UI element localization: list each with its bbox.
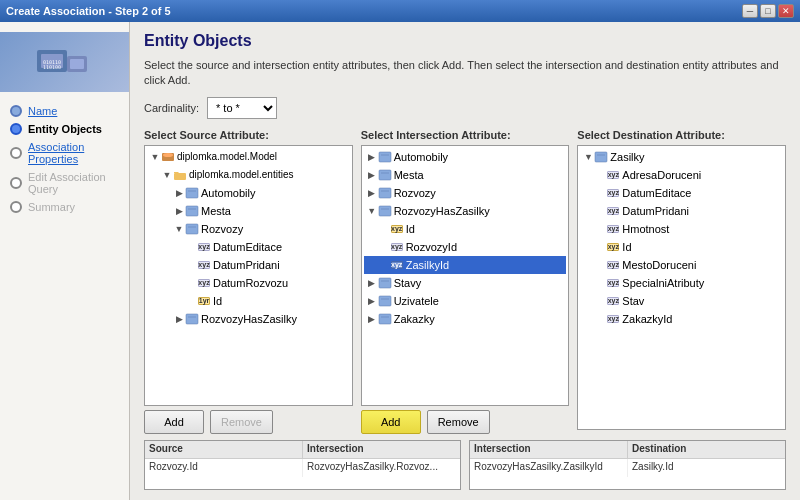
entity-icon	[378, 294, 392, 308]
list-item[interactable]: xyz AdresaDoruceni	[580, 166, 783, 184]
list-item[interactable]: ▼ diplomka.model.entities	[147, 166, 350, 184]
list-item[interactable]: xyz Id	[364, 220, 567, 238]
tree-item-label: AdresaDoruceni	[622, 167, 701, 183]
tree-item-label: Id	[213, 293, 222, 309]
tree-item-label: Uzivatele	[394, 293, 439, 309]
tree-item-label: Id	[406, 221, 415, 237]
field-icon: xyz	[390, 240, 404, 254]
list-item[interactable]: ▶ Stavy	[364, 274, 567, 292]
sidebar-item-edit-query: Edit Association Query	[0, 168, 129, 198]
svg-rect-15	[186, 314, 198, 324]
expand-icon: ▶	[366, 151, 378, 163]
list-item[interactable]: ▶ RozvozyHasZasilky	[147, 310, 350, 328]
list-item[interactable]: xyz ZasilkyId	[364, 256, 567, 274]
sidebar-item-association-properties[interactable]: Association Properties	[0, 138, 129, 168]
panel-description: Select the source and intersection entit…	[144, 58, 786, 89]
table-row[interactable]: Rozvozy.Id RozvozyHasZasilky.Rozvoz...	[145, 459, 460, 477]
close-button[interactable]: ✕	[778, 4, 794, 18]
field-icon: xyz	[606, 294, 620, 308]
entity-icon	[378, 186, 392, 200]
entity-icon	[378, 150, 392, 164]
list-item[interactable]: ▼ Rozvozy	[147, 220, 350, 238]
expand-icon	[594, 313, 606, 325]
tree-item-label: diplomka.model.entities	[189, 167, 294, 183]
list-item[interactable]: xyz DatumPridani	[147, 256, 350, 274]
list-item[interactable]: ▶ Automobily	[364, 148, 567, 166]
intersection-add-button[interactable]: Add	[361, 410, 421, 434]
minimize-button[interactable]: ─	[742, 4, 758, 18]
expand-icon: ▶	[366, 313, 378, 325]
window-controls: ─ □ ✕	[742, 4, 794, 18]
source-btn-row: Add Remove	[144, 410, 353, 434]
destination-column: Select Destination Attribute: ▼ Zasilky	[577, 129, 786, 434]
tree-item-label: Zasilky	[610, 149, 644, 165]
cardinality-select[interactable]: * to *	[207, 97, 277, 119]
folder-icon	[173, 168, 187, 182]
expand-icon	[378, 241, 390, 253]
list-item[interactable]: ▼ diplomka.model.Model	[147, 148, 350, 166]
tree-item-label: DatumPridani	[622, 203, 689, 219]
tree-item-label: Id	[622, 239, 631, 255]
field-icon: xyz	[606, 258, 620, 272]
source-remove-button[interactable]: Remove	[210, 410, 273, 434]
expand-icon: ▼	[173, 223, 185, 235]
list-item[interactable]: xyz RozvozyId	[364, 238, 567, 256]
columns-area: Select Source Attribute: ▼ diplomka.mode…	[144, 129, 786, 434]
expand-icon: ▶	[366, 187, 378, 199]
tree-item-label: Stav	[622, 293, 644, 309]
list-item[interactable]: xyz SpecialniAtributy	[580, 274, 783, 292]
tree-item-label: Rozvozy	[201, 221, 243, 237]
list-item[interactable]: xyz Hmotnost	[580, 220, 783, 238]
list-item[interactable]: ▶ Uzivatele	[364, 292, 567, 310]
right-table-header: Intersection Destination	[470, 441, 785, 459]
left-table-header: Source Intersection	[145, 441, 460, 459]
field-icon: xyz	[606, 222, 620, 236]
expand-icon: ▼	[366, 205, 378, 217]
table-row[interactable]: RozvozyHasZasilky.ZasilkyId Zasilky.Id	[470, 459, 785, 477]
intersection-btn-row: Add Remove	[361, 410, 570, 434]
intersection-column: Select Intersection Attribute: ▶ Automob…	[361, 129, 570, 434]
sidebar-label-edit-query: Edit Association Query	[28, 171, 119, 195]
sidebar-label-entity-objects: Entity Objects	[28, 123, 102, 135]
list-item[interactable]: 1yr Id	[147, 292, 350, 310]
source-add-button[interactable]: Add	[144, 410, 204, 434]
list-item[interactable]: xyz Stav	[580, 292, 783, 310]
expand-icon	[185, 241, 197, 253]
list-item[interactable]: ▶ Mesta	[364, 166, 567, 184]
list-item[interactable]: xyz DatumRozvozu	[147, 274, 350, 292]
source-cell: Rozvozy.Id	[145, 459, 303, 477]
source-tree[interactable]: ▼ diplomka.model.Model ▼ diplomka.mo	[144, 145, 353, 406]
list-item[interactable]: xyz Id	[580, 238, 783, 256]
list-item[interactable]: xyz DatumPridani	[580, 202, 783, 220]
svg-rect-17	[379, 152, 391, 162]
sidebar-item-entity-objects[interactable]: Entity Objects	[0, 120, 129, 138]
svg-rect-29	[379, 314, 391, 324]
expand-icon	[594, 241, 606, 253]
entity-icon	[185, 222, 199, 236]
intersection-remove-button[interactable]: Remove	[427, 410, 490, 434]
sidebar-item-name[interactable]: Name	[0, 102, 129, 120]
destination-tree[interactable]: ▼ Zasilky xyz AdresaDoruceni	[577, 145, 786, 430]
tree-item-label: Automobily	[394, 149, 448, 165]
maximize-button[interactable]: □	[760, 4, 776, 18]
list-item[interactable]: ▶ Rozvozy	[364, 184, 567, 202]
tree-item-label: DatumEditace	[213, 239, 282, 255]
list-item[interactable]: ▼ RozvozyHasZasilky	[364, 202, 567, 220]
list-item[interactable]: xyz DatumEditace	[147, 238, 350, 256]
tree-item-label: RozvozyHasZasilky	[394, 203, 490, 219]
expand-icon	[594, 205, 606, 217]
list-item[interactable]: ▶ Automobily	[147, 184, 350, 202]
intersection-tree[interactable]: ▶ Automobily ▶ Mesta	[361, 145, 570, 406]
list-item[interactable]: ▶ Zakazky	[364, 310, 567, 328]
list-item[interactable]: xyz MestoDoruceni	[580, 256, 783, 274]
deco-graphic: 010110 110100	[35, 42, 95, 82]
tree-item-label: Zakazky	[394, 311, 435, 327]
list-item[interactable]: ▶ Mesta	[147, 202, 350, 220]
list-item[interactable]: xyz DatumEditace	[580, 184, 783, 202]
list-item[interactable]: ▼ Zasilky	[580, 148, 783, 166]
expand-icon: ▼	[149, 151, 161, 163]
expand-icon	[594, 223, 606, 235]
tree-item-label: SpecialniAtributy	[622, 275, 704, 291]
list-item[interactable]: xyz ZakazkyId	[580, 310, 783, 328]
sidebar-label-name: Name	[28, 105, 57, 117]
